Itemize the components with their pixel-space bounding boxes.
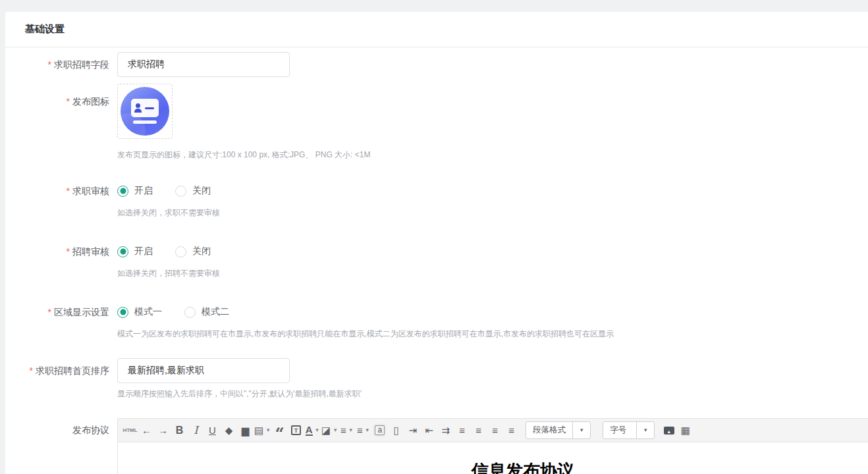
field-hint: 发布页显示的图标，建议尺寸:100 x 100 px, 格式:JPG、 PNG …	[117, 149, 868, 161]
new-page-icon[interactable]: ▯	[389, 422, 404, 439]
field-label: *求职招聘字段	[5, 52, 109, 77]
home-sort-input[interactable]	[117, 358, 290, 383]
rich-text-editor: HTML←→BIU◆▆▤▼“TA▼◪▼≡▼≡▼a▯⇥⇤⇉≡≡≡≡段落格式▼字号▼…	[117, 418, 868, 474]
format-brush-icon[interactable]: ▆	[238, 422, 253, 439]
form-row-region-display: *区域显示设置 模式一 模式二 模式一为区发布的求职招聘可在市显示,市发布的求职…	[5, 305, 868, 340]
field-label: 发布协议	[5, 418, 109, 442]
align-right-icon[interactable]: ≡	[487, 422, 502, 439]
html-source-icon[interactable]: HTML	[122, 422, 138, 439]
contact-card-icon	[121, 87, 169, 136]
font-color-icon[interactable]: A▼	[305, 422, 320, 439]
underline-icon[interactable]: U	[205, 422, 220, 439]
field-hint: 显示顺序按照输入先后排序，中间以","分开,默认为'最新招聘,最新求职'	[117, 388, 868, 400]
field-label: *求职招聘首页排序	[5, 358, 109, 383]
clear-format-icon[interactable]: ◆	[221, 422, 236, 439]
radio-circle-icon	[117, 186, 128, 197]
chevron-down-icon: ▼	[365, 428, 370, 433]
form-row-job-review: *求职审核 开启 关闭 如选择关闭，求职不需要审核	[5, 184, 868, 219]
recruit-review-radio-group: 开启 关闭	[117, 245, 868, 258]
required-asterisk: *	[30, 365, 33, 376]
editor-content-area[interactable]: 信息发布协议	[118, 442, 868, 474]
page-title: 基础设置	[25, 23, 65, 36]
field-label-input[interactable]	[117, 52, 290, 77]
radio-option-mode2[interactable]: 模式二	[184, 306, 229, 318]
required-asterisk: *	[48, 307, 51, 317]
required-asterisk: *	[48, 59, 51, 70]
form-row-recruit-review: *招聘审核 开启 关闭 如选择关闭，招聘不需要审核	[5, 245, 868, 279]
indent-icon[interactable]: ⇥	[405, 422, 420, 439]
form-row-field-label: *求职招聘字段	[5, 52, 868, 77]
radio-option-off[interactable]: 关闭	[175, 246, 211, 257]
settings-form: *求职招聘字段 *发布图标	[5, 52, 868, 474]
field-label: *发布图标	[5, 84, 109, 108]
insert-table-icon[interactable]: ▦	[678, 422, 693, 439]
field-hint: 如选择关闭，招聘不需要审核	[117, 268, 868, 279]
publish-icon-upload[interactable]	[117, 84, 173, 139]
field-hint: 如选择关闭，求职不需要审核	[117, 207, 868, 219]
insert-template-icon[interactable]: ▤▼	[254, 422, 271, 439]
insert-image-icon[interactable]: ▲	[661, 422, 676, 439]
bg-color-icon[interactable]: ◪▼	[321, 422, 338, 439]
card-header: 基础设置	[5, 12, 868, 47]
chevron-down-icon: ▼	[265, 428, 271, 433]
required-asterisk: *	[67, 246, 70, 257]
paragraph-format-select[interactable]: 段落格式▼	[526, 421, 591, 439]
field-label: *区域显示设置	[5, 305, 109, 319]
chevron-down-icon: ▼	[315, 428, 320, 433]
blockquote-icon[interactable]: “	[272, 422, 287, 439]
settings-card: 基础设置 *求职招聘字段 *发布图标	[5, 12, 868, 474]
boxed-a-icon[interactable]: a	[372, 422, 387, 439]
required-asterisk: *	[67, 96, 70, 107]
first-line-indent-icon[interactable]: ⇉	[438, 422, 453, 439]
chevron-down-icon: ▼	[348, 428, 354, 433]
radio-option-mode1[interactable]: 模式一	[117, 306, 162, 318]
redo-icon[interactable]: →	[155, 422, 171, 439]
radio-option-on[interactable]: 开启	[117, 246, 153, 257]
form-row-agreement: 发布协议 HTML←→BIU◆▆▤▼“TA▼◪▼≡▼≡▼a▯⇥⇤⇉≡≡≡≡段落格…	[5, 418, 868, 474]
chevron-down-icon: ▼	[333, 428, 338, 433]
chevron-down-icon: ▼	[636, 422, 654, 438]
unordered-list-icon[interactable]: ≡▼	[356, 422, 371, 439]
align-left-icon[interactable]: ≡	[454, 422, 470, 439]
bottom-bar-glyph	[133, 120, 157, 124]
font-size-select[interactable]: 字号▼	[603, 421, 655, 439]
radio-circle-icon	[184, 307, 196, 318]
italic-icon[interactable]: I	[188, 422, 203, 439]
region-display-radio-group: 模式一 模式二	[117, 305, 868, 319]
person-glyph	[134, 103, 142, 113]
required-asterisk: *	[67, 186, 70, 196]
idcard-shape	[131, 99, 159, 117]
agreement-title-text: 信息发布协议	[118, 442, 868, 474]
field-label: *求职审核	[5, 184, 109, 198]
align-justify-icon[interactable]: ≡	[504, 422, 519, 439]
align-center-icon[interactable]: ≡	[471, 422, 486, 439]
radio-circle-icon	[175, 246, 186, 257]
text-line-glyph	[145, 107, 154, 109]
ordered-list-icon[interactable]: ≡▼	[339, 422, 354, 439]
radio-option-off[interactable]: 关闭	[175, 185, 211, 197]
radio-option-on[interactable]: 开启	[117, 185, 153, 197]
field-label: *招聘审核	[5, 245, 109, 258]
radio-circle-icon	[117, 307, 128, 318]
job-review-radio-group: 开启 关闭	[117, 184, 868, 198]
radio-circle-icon	[117, 246, 128, 257]
form-row-publish-icon: *发布图标 发布页显示的图标，建议尺寸:100 x 100 px, 格式:JPG…	[5, 84, 868, 161]
bold-icon[interactable]: B	[172, 422, 187, 439]
field-hint: 模式一为区发布的求职招聘可在市显示,市发布的求职招聘只能在市显示,模式二为区发布…	[117, 329, 868, 340]
chevron-down-icon: ▼	[572, 422, 590, 438]
outdent-icon[interactable]: ⇤	[421, 422, 437, 439]
editor-toolbar: HTML←→BIU◆▆▤▼“TA▼◪▼≡▼≡▼a▯⇥⇤⇉≡≡≡≡段落格式▼字号▼…	[118, 419, 868, 442]
undo-icon[interactable]: ←	[139, 422, 154, 439]
paste-text-icon[interactable]: T	[288, 422, 304, 439]
form-row-home-sort: *求职招聘首页排序 显示顺序按照输入先后排序，中间以","分开,默认为'最新招聘…	[5, 358, 868, 400]
radio-circle-icon	[175, 186, 186, 197]
